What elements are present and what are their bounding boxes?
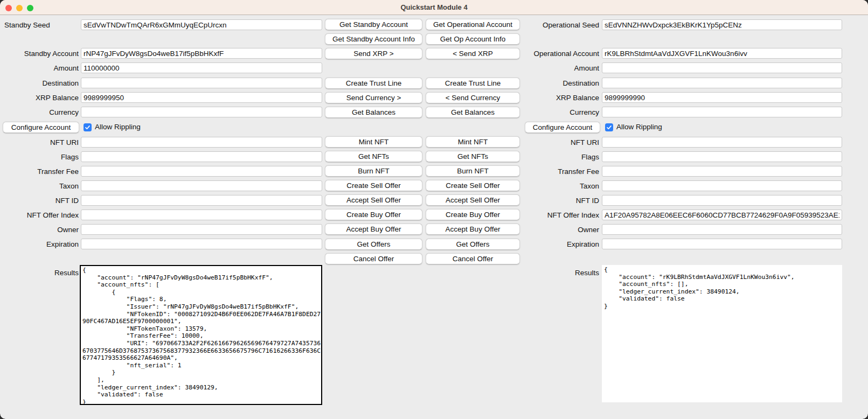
operational-taxon-input[interactable] (602, 180, 842, 191)
standby-account-input[interactable] (81, 48, 322, 59)
operational-expiration-input[interactable] (602, 239, 842, 249)
standby-get-nfts-button[interactable]: Get NFTs (325, 151, 422, 162)
standby-expiration-input[interactable] (81, 239, 322, 249)
operational-nft-uri-input[interactable] (602, 137, 842, 148)
standby-results-label: Results (0, 268, 79, 278)
standby-burn-nft-button[interactable]: Burn NFT (325, 165, 422, 177)
standby-configure-account-button[interactable]: Configure Account (3, 122, 79, 133)
operational-seed-input[interactable] (602, 19, 842, 30)
operational-configure-account-button[interactable]: Configure Account (525, 122, 600, 133)
standby-create-sell-offer-button[interactable]: Create Sell Offer (325, 180, 422, 191)
operational-nft-offer-index-label: NFT Offer Index (485, 210, 599, 221)
standby-currency-label: Currency (0, 107, 79, 118)
operational-currency-input[interactable] (602, 107, 842, 117)
standby-destination-input[interactable] (81, 78, 322, 88)
operational-nft-id-label: NFT ID (485, 195, 599, 206)
standby-owner-label: Owner (0, 225, 79, 235)
standby-owner-input[interactable] (81, 224, 322, 235)
standby-create-buy-offer-button[interactable]: Create Buy Offer (325, 209, 422, 220)
operational-results-label: Results (485, 268, 599, 278)
operational-destination-input[interactable] (602, 78, 842, 88)
operational-nft-id-input[interactable] (602, 195, 842, 206)
standby-nft-offer-index-label: NFT Offer Index (0, 210, 79, 221)
operational-cancel-offer-button[interactable]: Cancel Offer (426, 253, 520, 264)
standby-amount-input[interactable] (81, 62, 322, 73)
operational-flags-input[interactable] (602, 151, 842, 162)
standby-destination-label: Destination (0, 78, 79, 89)
standby-nft-id-input[interactable] (81, 195, 322, 206)
standby-nft-offer-index-input[interactable] (81, 210, 322, 220)
standby-expiration-label: Expiration (0, 239, 79, 250)
operational-transfer-fee-input[interactable] (602, 166, 842, 177)
standby-seed-input[interactable] (81, 19, 322, 30)
operational-taxon-label: Taxon (485, 181, 599, 192)
operational-destination-label: Destination (485, 78, 599, 89)
operational-amount-input[interactable] (602, 62, 842, 73)
standby-nft-uri-label: NFT URI (0, 137, 79, 148)
standby-get-balances-button[interactable]: Get Balances (325, 107, 422, 118)
operational-results-text[interactable]: { "account": "rK9LBRhStdmtAaVdJXGVF1LnKW… (602, 265, 842, 402)
operational-account-label: Operational Account (485, 48, 599, 59)
standby-get-offers-button[interactable]: Get Offers (325, 239, 422, 250)
standby-xrp-balance-label: XRP Balance (0, 93, 79, 103)
operational-expiration-label: Expiration (485, 239, 599, 250)
standby-allow-rippling-checkbox[interactable] (84, 123, 92, 131)
standby-flags-input[interactable] (81, 151, 322, 162)
get-op-account-info-button[interactable]: Get Op Account Info (426, 33, 520, 45)
operational-flags-label: Flags (485, 152, 599, 163)
operational-seed-label: Operational Seed (485, 20, 599, 31)
checkmark-icon (605, 123, 613, 131)
operational-nft-uri-label: NFT URI (485, 137, 599, 148)
operational-currency-label: Currency (485, 107, 599, 118)
standby-flags-label: Flags (0, 152, 79, 163)
standby-amount-label: Amount (0, 63, 79, 74)
operational-amount-label: Amount (485, 63, 599, 74)
operational-transfer-fee-label: Transfer Fee (485, 166, 599, 177)
title-bar: Quickstart Module 4 (0, 0, 868, 15)
operational-owner-label: Owner (485, 225, 599, 235)
operational-allow-rippling-checkbox[interactable] (605, 123, 613, 131)
standby-account-label: Standby Account (0, 48, 79, 59)
standby-seed-label: Standby Seed (0, 20, 79, 31)
standby-mint-nft-button[interactable]: Mint NFT (325, 136, 422, 148)
standby-results-text[interactable]: { "account": "rNP47gJFvDyW8gsDo4weB17if5… (80, 265, 322, 405)
standby-accept-buy-offer-button[interactable]: Accept Buy Offer (325, 224, 422, 235)
operational-owner-input[interactable] (602, 224, 842, 235)
standby-cancel-offer-button[interactable]: Cancel Offer (325, 253, 422, 264)
standby-currency-input[interactable] (81, 107, 322, 117)
operational-xrp-balance-label: XRP Balance (485, 93, 599, 103)
get-standby-account-info-button[interactable]: Get Standby Account Info (325, 33, 422, 45)
operational-xrp-balance-input[interactable] (602, 92, 842, 103)
standby-xrp-balance-input[interactable] (81, 92, 322, 103)
operational-allow-rippling-label: Allow Rippling (616, 122, 662, 132)
standby-create-trust-line-button[interactable]: Create Trust Line (325, 78, 422, 89)
standby-allow-rippling-label: Allow Rippling (95, 122, 141, 132)
standby-taxon-input[interactable] (81, 180, 322, 191)
operational-account-input[interactable] (602, 48, 842, 59)
checkmark-icon (84, 123, 92, 131)
operational-nft-offer-index-input[interactable] (602, 210, 842, 220)
send-currency-to-operational-button[interactable]: Send Currency > (325, 92, 422, 103)
standby-transfer-fee-input[interactable] (81, 166, 322, 177)
standby-nft-uri-input[interactable] (81, 137, 322, 148)
window-title: Quickstart Module 4 (0, 0, 868, 15)
send-xrp-to-operational-button[interactable]: Send XRP > (325, 48, 422, 59)
standby-transfer-fee-label: Transfer Fee (0, 166, 79, 177)
standby-taxon-label: Taxon (0, 181, 79, 192)
get-standby-account-button[interactable]: Get Standby Account (325, 19, 422, 30)
app-window: Quickstart Module 4 Standby Seed Standby… (0, 0, 868, 419)
standby-accept-sell-offer-button[interactable]: Accept Sell Offer (325, 194, 422, 206)
standby-nft-id-label: NFT ID (0, 195, 79, 206)
